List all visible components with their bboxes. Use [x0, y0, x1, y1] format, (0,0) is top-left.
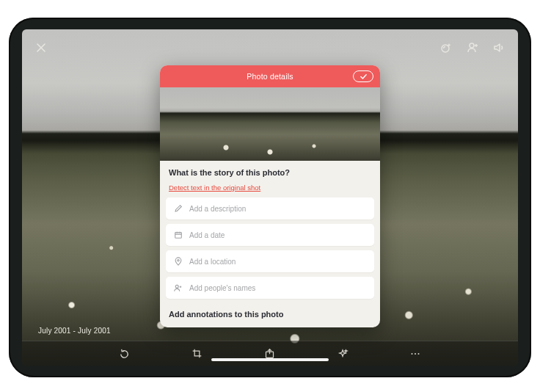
more-icon[interactable]: [406, 344, 425, 363]
date-field[interactable]: Add a date: [166, 224, 374, 246]
story-question: What is the story of this photo?: [169, 168, 371, 177]
description-field[interactable]: Add a description: [166, 197, 374, 219]
pencil-icon: [173, 204, 183, 214]
confirm-button[interactable]: [353, 70, 373, 82]
people-field[interactable]: Add people's names: [166, 277, 374, 299]
close-icon[interactable]: [32, 39, 50, 57]
date-placeholder: Add a date: [189, 231, 225, 239]
svg-point-14: [177, 259, 178, 261]
svg-rect-10: [175, 233, 181, 239]
home-indicator[interactable]: [211, 358, 329, 361]
add-person-icon[interactable]: [464, 39, 481, 57]
enhance-icon[interactable]: [437, 39, 455, 57]
top-bar: [22, 37, 518, 59]
crop-icon[interactable]: [188, 344, 207, 363]
bottom-toolbar: [22, 341, 518, 366]
screen: July 2001 - July 2001: [22, 29, 518, 366]
svg-point-8: [415, 353, 416, 355]
svg-point-9: [418, 353, 420, 355]
date-caption: July 2001 - July 2001: [38, 327, 111, 335]
annotations-heading: Add annotations to this photo: [160, 303, 380, 327]
description-placeholder: Add a description: [189, 205, 246, 213]
location-pin-icon: [173, 257, 183, 266]
rotate-icon[interactable]: [115, 344, 134, 363]
svg-point-15: [175, 285, 178, 288]
modal-header: Photo details: [160, 65, 380, 87]
story-section: What is the story of this photo? Detect …: [160, 161, 380, 197]
svg-point-7: [412, 353, 413, 355]
photo-details-modal: Photo details What is the story of this …: [160, 65, 380, 327]
volume-icon[interactable]: [490, 39, 508, 57]
svg-point-2: [442, 45, 449, 52]
person-add-icon: [173, 283, 183, 293]
location-field[interactable]: Add a location: [166, 250, 374, 272]
svg-point-3: [470, 43, 474, 48]
calendar-icon: [173, 231, 183, 240]
tablet-frame: July 2001 - July 2001: [9, 18, 531, 377]
location-placeholder: Add a location: [189, 258, 236, 266]
modal-title: Photo details: [247, 72, 293, 81]
detect-text-link[interactable]: Detect text in the original shot: [169, 184, 260, 192]
photo-thumbnail: [160, 87, 380, 161]
people-placeholder: Add people's names: [189, 284, 255, 292]
sparkle-icon[interactable]: [333, 344, 352, 363]
